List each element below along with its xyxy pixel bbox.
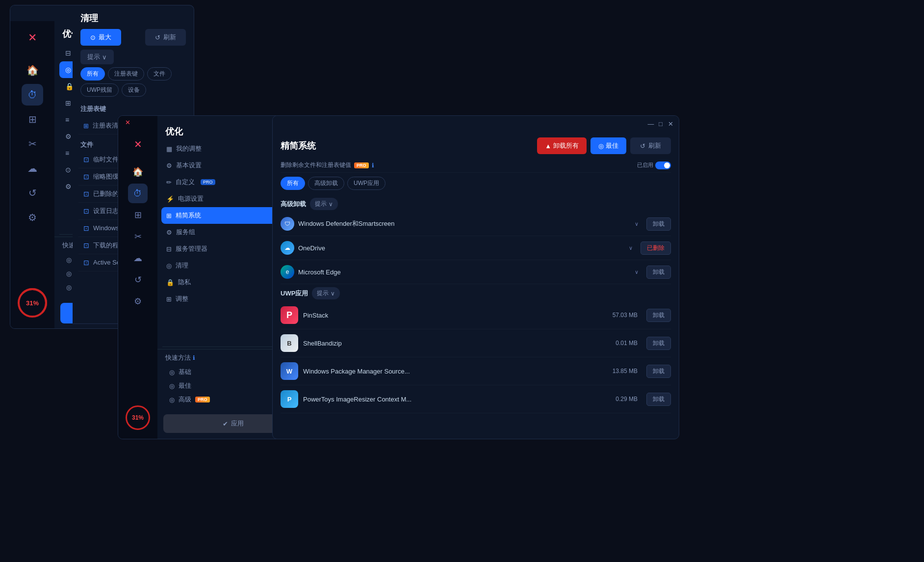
advanced-hint-button[interactable]: 提示 ∨: [310, 198, 338, 210]
basic-settings-icon: ⚙: [166, 162, 172, 169]
filter-uwp[interactable]: UWP残留: [80, 83, 119, 97]
mid-cloud-icon[interactable]: ☁: [128, 248, 148, 268]
edge-chevron-icon: ∨: [635, 269, 639, 275]
filter-devices[interactable]: 设备: [122, 83, 146, 97]
mid-optimize-icon[interactable]: ⏱: [128, 184, 148, 203]
service-group-icon: ⚙: [166, 229, 172, 236]
app-powertoys: P PowerToys ImageResizer Context M... 0.…: [281, 385, 671, 413]
right-maximize-button[interactable]: □: [657, 120, 664, 127]
hint-chevron-icon: ∨: [329, 201, 333, 208]
mid-adjust-icon: ⊞: [166, 295, 172, 303]
filter-registry[interactable]: 注册表键: [108, 67, 144, 80]
best-icon: ◎: [598, 142, 604, 150]
mid-cpu-circle: 31%: [126, 405, 150, 430]
mid-apply-label: 应用: [231, 419, 244, 428]
uninstall-all-button[interactable]: ▲ 卸载所有: [537, 137, 587, 154]
refresh-icon: ↺: [155, 34, 160, 41]
pinstack-uninstall-button[interactable]: 卸载: [646, 309, 671, 322]
mid-quick-methods-label: 快速方法: [165, 353, 191, 362]
uwp-hint-chevron-icon: ∨: [331, 290, 335, 297]
filter-all[interactable]: 所有: [80, 67, 105, 80]
chevron-down-icon: ∨: [102, 54, 107, 61]
right-filter-advanced[interactable]: 高级卸载: [308, 177, 344, 190]
mid-brand-icon[interactable]: ✕: [128, 134, 148, 154]
best-label: 最佳: [606, 141, 618, 150]
btn-refresh[interactable]: ↺ 刷新: [145, 29, 186, 46]
right-filter-all[interactable]: 所有: [281, 177, 305, 190]
mid-service-manager-icon: ⊟: [166, 245, 172, 253]
pinstack-label: PinStack: [303, 312, 608, 319]
right-filter-uwp[interactable]: UWP应用: [347, 177, 385, 190]
warning-icon: ▲: [545, 142, 551, 150]
app-shellbandizip: B ShellBandizip 0.01 MB 卸载: [281, 329, 671, 357]
quick-basic-icon: ◎: [66, 256, 72, 264]
mid-privacy-icon: 🔒: [166, 279, 174, 286]
registry-icon: ⊞: [83, 122, 89, 130]
mid-apps-icon[interactable]: ⊞: [128, 205, 148, 225]
mid-restore-icon[interactable]: ↺: [128, 270, 148, 290]
powertoys-uninstall-button[interactable]: 卸载: [646, 393, 671, 406]
activesetup-icon: ⊡: [83, 259, 89, 267]
slim-system-icon: ⊞: [166, 212, 172, 219]
clean-panel-header: 清理 ⊙ 最大 ↺ 刷新 提示 ∨ 所有 注册表键 文件 UWP残留 设备: [73, 5, 194, 101]
onedrive-label: OneDrive: [298, 244, 625, 252]
filter-files[interactable]: 文件: [147, 67, 172, 80]
edge-label: Microsoft Edge: [298, 268, 631, 276]
defender-chevron-icon: ∨: [635, 221, 639, 227]
shellbandizip-uninstall-button[interactable]: 卸载: [646, 337, 671, 350]
mid-clean-icon: ◎: [166, 262, 172, 269]
clean-panel-title: 清理: [80, 12, 186, 24]
sidebar-cloud-icon[interactable]: ☁: [22, 158, 43, 179]
mid-best-label: 最佳: [179, 381, 191, 390]
mid-check-icon: ✔: [223, 420, 228, 428]
mid-cpu-value: 31%: [132, 414, 144, 421]
sidebar-tools-icon[interactable]: ✂: [22, 133, 43, 155]
pinstack-icon: P: [281, 306, 298, 324]
mid-sidebar: ✕ 🏠 ⏱ ⊞ ✂ ☁ ↺ ⚙ 31%: [118, 116, 157, 439]
toggle-switch[interactable]: [655, 161, 671, 169]
defender-file-icon: ⊡: [83, 224, 89, 232]
sidebar-restore-icon[interactable]: ↺: [22, 182, 43, 204]
right-minimize-button[interactable]: —: [647, 120, 654, 127]
brand-icon[interactable]: ✕: [22, 27, 43, 49]
delete-files-label: 删除剩余文件和注册表键值: [281, 161, 351, 169]
enabled-label: 已启用: [637, 161, 653, 169]
right-close-button[interactable]: ✕: [667, 120, 674, 127]
uwp-hint-button[interactable]: 提示 ∨: [312, 287, 340, 299]
delete-pro-badge: PRO: [354, 162, 369, 168]
powertoys-label: PowerToys ImageResizer Context M...: [303, 396, 611, 403]
enabled-toggle: 已启用: [637, 161, 671, 169]
devices-icon: ≡: [65, 149, 69, 157]
onedrive-chevron-icon: ∨: [629, 245, 633, 251]
mid-tools-icon[interactable]: ✂: [128, 227, 148, 246]
mid-close-button[interactable]: ✕: [124, 119, 131, 126]
btn-hint[interactable]: 提示 ∨: [80, 50, 114, 64]
sidebar-apps-icon[interactable]: ⊞: [22, 108, 43, 130]
sidebar-home-icon[interactable]: 🏠: [22, 59, 43, 81]
mid-home-icon[interactable]: 🏠: [128, 162, 148, 182]
right-filter-tabs: 所有 高级卸载 UWP应用: [281, 177, 671, 190]
btn-max[interactable]: ⊙ 最大: [80, 29, 121, 46]
downloads-icon: ⊡: [83, 241, 89, 249]
edge-uninstall-button[interactable]: 卸载: [646, 266, 671, 279]
mid-info-icon: ℹ: [193, 354, 195, 361]
uwp-section-title: UWP应用 提示 ∨: [281, 284, 671, 301]
winpkg-icon: W: [281, 362, 298, 380]
onedrive-deleted-button[interactable]: 已删除: [641, 241, 671, 255]
sidebar-settings-icon[interactable]: ⚙: [22, 207, 43, 228]
main-sidebar: ✕ 🏠 ⏱ ⊞ ✂ ☁ ↺ ⚙ 31%: [10, 21, 54, 328]
winpkg-uninstall-button[interactable]: 卸载: [646, 365, 671, 378]
uwp-section-label: UWP应用: [281, 289, 308, 298]
clean-btn-row: ⊙ 最大 ↺ 刷新: [80, 29, 186, 46]
delete-files-row: 删除剩余文件和注册表键值 PRO ℹ 已启用: [281, 158, 671, 173]
right-refresh-button[interactable]: ↺ 刷新: [630, 137, 671, 154]
mid-settings-icon[interactable]: ⚙: [128, 292, 148, 311]
startup-icon: ≡: [65, 116, 69, 124]
best-button[interactable]: ◎ 最佳: [590, 137, 626, 154]
defender-uninstall-button[interactable]: 卸载: [646, 217, 671, 231]
advanced-section-label: 高级卸载: [281, 200, 306, 209]
jianxi-title: 精简系统: [281, 140, 316, 152]
defender-label: Windows Defender和Smartscreen: [298, 219, 631, 228]
mid-privacy-label: 隐私: [178, 278, 191, 287]
sidebar-optimize-icon[interactable]: ⏱: [22, 84, 43, 106]
